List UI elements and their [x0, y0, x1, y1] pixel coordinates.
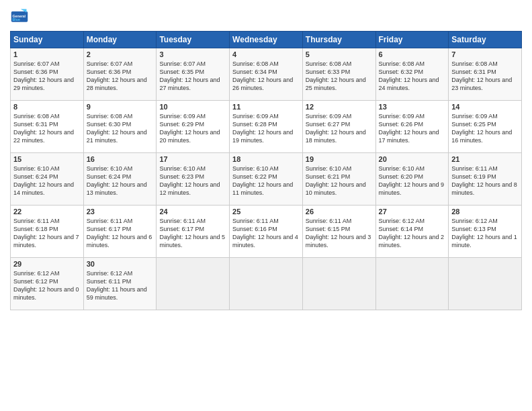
day-number: 18 [232, 155, 300, 163]
cell-text: Sunrise: 6:11 AM Sunset: 6:16 PM Dayligh… [232, 217, 300, 250]
calendar-week-3: 15Sunrise: 6:10 AM Sunset: 6:24 PM Dayli… [11, 153, 522, 205]
cell-text: Sunrise: 6:09 AM Sunset: 6:25 PM Dayligh… [451, 112, 519, 145]
header: General Blue [10, 7, 522, 26]
cell-text: Sunrise: 6:08 AM Sunset: 6:34 PM Dayligh… [232, 60, 300, 93]
cell-text: Sunrise: 6:12 AM Sunset: 6:12 PM Dayligh… [13, 269, 81, 302]
day-number: 27 [379, 208, 446, 216]
cell-text: Sunrise: 6:08 AM Sunset: 6:33 PM Dayligh… [306, 60, 373, 93]
cell-text: Sunrise: 6:11 AM Sunset: 6:18 PM Dayligh… [13, 217, 81, 250]
cell-text: Sunrise: 6:10 AM Sunset: 6:24 PM Dayligh… [87, 165, 154, 197]
day-number: 3 [159, 50, 226, 58]
cell-text: Sunrise: 6:11 AM Sunset: 6:17 PM Dayligh… [87, 217, 154, 250]
cell-text: Sunrise: 6:11 AM Sunset: 6:15 PM Dayligh… [306, 217, 373, 250]
calendar-header-tuesday: Tuesday [157, 32, 230, 48]
cell-text: Sunrise: 6:07 AM Sunset: 6:36 PM Dayligh… [13, 60, 81, 93]
cell-text: Sunrise: 6:07 AM Sunset: 6:35 PM Dayligh… [159, 60, 226, 93]
calendar-cell: 23Sunrise: 6:11 AM Sunset: 6:17 PM Dayli… [83, 205, 157, 258]
calendar-cell: 9Sunrise: 6:08 AM Sunset: 6:30 PM Daylig… [83, 101, 157, 153]
calendar-cell: 28Sunrise: 6:12 AM Sunset: 6:13 PM Dayli… [449, 205, 522, 258]
day-number: 26 [306, 208, 373, 216]
calendar-cell: 3Sunrise: 6:07 AM Sunset: 6:35 PM Daylig… [157, 48, 230, 101]
cell-text: Sunrise: 6:08 AM Sunset: 6:31 PM Dayligh… [451, 60, 519, 93]
day-number: 13 [379, 103, 446, 111]
calendar-cell: 25Sunrise: 6:11 AM Sunset: 6:16 PM Dayli… [230, 205, 303, 258]
calendar-header-wednesday: Wednesday [230, 32, 303, 48]
cell-text: Sunrise: 6:10 AM Sunset: 6:22 PM Dayligh… [232, 165, 300, 197]
day-number: 10 [159, 103, 226, 111]
day-number: 8 [13, 103, 81, 111]
calendar-cell: 26Sunrise: 6:11 AM Sunset: 6:15 PM Dayli… [302, 205, 375, 258]
day-number: 19 [306, 155, 373, 163]
cell-text: Sunrise: 6:08 AM Sunset: 6:31 PM Dayligh… [13, 112, 81, 145]
calendar-header-sunday: Sunday [11, 32, 84, 48]
calendar-cell: 30Sunrise: 6:12 AM Sunset: 6:11 PM Dayli… [83, 258, 157, 310]
calendar-cell [449, 258, 522, 310]
cell-text: Sunrise: 6:11 AM Sunset: 6:17 PM Dayligh… [159, 217, 226, 250]
calendar-cell: 18Sunrise: 6:10 AM Sunset: 6:22 PM Dayli… [230, 153, 303, 205]
day-number: 24 [159, 208, 226, 216]
calendar-cell: 29Sunrise: 6:12 AM Sunset: 6:12 PM Dayli… [11, 258, 84, 310]
cell-text: Sunrise: 6:09 AM Sunset: 6:29 PM Dayligh… [159, 112, 226, 145]
calendar-cell [302, 258, 375, 310]
day-number: 9 [87, 103, 154, 111]
calendar-cell: 11Sunrise: 6:09 AM Sunset: 6:28 PM Dayli… [230, 101, 303, 153]
cell-text: Sunrise: 6:09 AM Sunset: 6:27 PM Dayligh… [306, 112, 373, 145]
calendar-cell: 22Sunrise: 6:11 AM Sunset: 6:18 PM Dayli… [11, 205, 84, 258]
day-number: 23 [87, 208, 154, 216]
calendar-cell: 1Sunrise: 6:07 AM Sunset: 6:36 PM Daylig… [11, 48, 84, 101]
cell-text: Sunrise: 6:12 AM Sunset: 6:11 PM Dayligh… [87, 269, 154, 302]
calendar-week-1: 1Sunrise: 6:07 AM Sunset: 6:36 PM Daylig… [11, 48, 522, 101]
day-number: 7 [451, 50, 519, 58]
calendar-cell [230, 258, 303, 310]
day-number: 25 [232, 208, 300, 216]
calendar-cell: 19Sunrise: 6:10 AM Sunset: 6:21 PM Dayli… [302, 153, 375, 205]
calendar-week-5: 29Sunrise: 6:12 AM Sunset: 6:12 PM Dayli… [11, 258, 522, 310]
day-number: 17 [159, 155, 226, 163]
cell-text: Sunrise: 6:10 AM Sunset: 6:20 PM Dayligh… [379, 165, 446, 197]
cell-text: Sunrise: 6:10 AM Sunset: 6:24 PM Dayligh… [13, 165, 81, 197]
cell-text: Sunrise: 6:12 AM Sunset: 6:14 PM Dayligh… [379, 217, 446, 250]
day-number: 29 [13, 260, 81, 268]
calendar-cell: 14Sunrise: 6:09 AM Sunset: 6:25 PM Dayli… [449, 101, 522, 153]
calendar-cell: 2Sunrise: 6:07 AM Sunset: 6:36 PM Daylig… [83, 48, 157, 101]
cell-text: Sunrise: 6:07 AM Sunset: 6:36 PM Dayligh… [87, 60, 154, 93]
cell-text: Sunrise: 6:09 AM Sunset: 6:26 PM Dayligh… [379, 112, 446, 145]
cell-text: Sunrise: 6:10 AM Sunset: 6:23 PM Dayligh… [159, 165, 226, 197]
calendar-cell: 24Sunrise: 6:11 AM Sunset: 6:17 PM Dayli… [157, 205, 230, 258]
calendar-cell: 21Sunrise: 6:11 AM Sunset: 6:19 PM Dayli… [449, 153, 522, 205]
calendar-header-saturday: Saturday [449, 32, 522, 48]
calendar-cell [375, 258, 449, 310]
cell-text: Sunrise: 6:08 AM Sunset: 6:30 PM Dayligh… [87, 112, 154, 145]
calendar-cell: 10Sunrise: 6:09 AM Sunset: 6:29 PM Dayli… [157, 101, 230, 153]
day-number: 6 [379, 50, 446, 58]
calendar-cell: 6Sunrise: 6:08 AM Sunset: 6:32 PM Daylig… [375, 48, 449, 101]
cell-text: Sunrise: 6:09 AM Sunset: 6:28 PM Dayligh… [232, 112, 300, 145]
cell-text: Sunrise: 6:12 AM Sunset: 6:13 PM Dayligh… [451, 217, 519, 250]
calendar-cell [157, 258, 230, 310]
calendar-cell: 20Sunrise: 6:10 AM Sunset: 6:20 PM Dayli… [375, 153, 449, 205]
day-number: 21 [451, 155, 519, 163]
day-number: 20 [379, 155, 446, 163]
calendar-cell: 27Sunrise: 6:12 AM Sunset: 6:14 PM Dayli… [375, 205, 449, 258]
cell-text: Sunrise: 6:11 AM Sunset: 6:19 PM Dayligh… [451, 165, 519, 197]
calendar-week-2: 8Sunrise: 6:08 AM Sunset: 6:31 PM Daylig… [11, 101, 522, 153]
cell-text: Sunrise: 6:10 AM Sunset: 6:21 PM Dayligh… [306, 165, 373, 197]
day-number: 15 [13, 155, 81, 163]
svg-text:Blue: Blue [13, 17, 20, 21]
calendar-header-row: SundayMondayTuesdayWednesdayThursdayFrid… [11, 32, 522, 48]
calendar-cell: 13Sunrise: 6:09 AM Sunset: 6:26 PM Dayli… [375, 101, 449, 153]
day-number: 4 [232, 50, 300, 58]
day-number: 14 [451, 103, 519, 111]
day-number: 5 [306, 50, 373, 58]
day-number: 12 [306, 103, 373, 111]
day-number: 11 [232, 103, 300, 111]
calendar-cell: 4Sunrise: 6:08 AM Sunset: 6:34 PM Daylig… [230, 48, 303, 101]
cell-text: Sunrise: 6:08 AM Sunset: 6:32 PM Dayligh… [379, 60, 446, 93]
calendar-cell: 7Sunrise: 6:08 AM Sunset: 6:31 PM Daylig… [449, 48, 522, 101]
day-number: 30 [87, 260, 154, 268]
logo: General Blue [10, 7, 29, 26]
calendar-header-monday: Monday [83, 32, 157, 48]
calendar-header-friday: Friday [375, 32, 449, 48]
calendar-header-thursday: Thursday [302, 32, 375, 48]
calendar-cell: 12Sunrise: 6:09 AM Sunset: 6:27 PM Dayli… [302, 101, 375, 153]
